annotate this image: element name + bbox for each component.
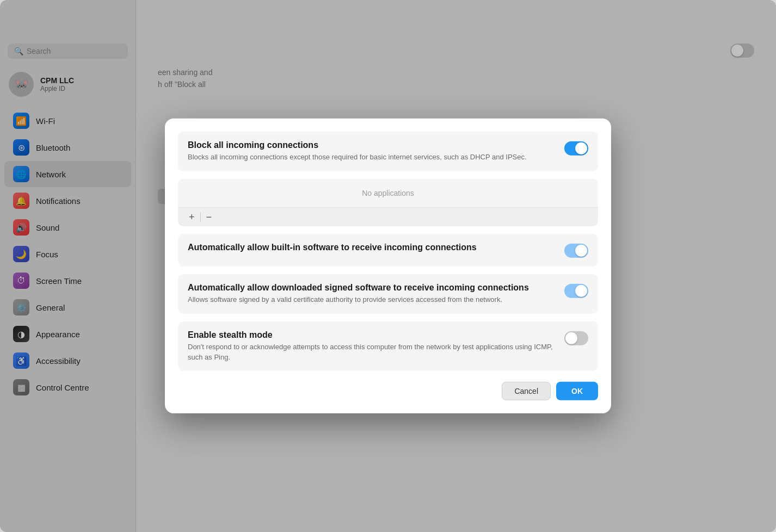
allow-builtin-title: Automatically allow built-in software to…: [188, 243, 556, 252]
stealth-mode-text: Enable stealth mode Don't respond to or …: [188, 330, 556, 363]
ok-button[interactable]: OK: [556, 382, 598, 400]
allow-signed-toggle[interactable]: [564, 284, 588, 298]
allow-signed-text: Automatically allow downloaded signed so…: [188, 283, 556, 305]
stealth-mode-title: Enable stealth mode: [188, 330, 556, 340]
firewall-options-modal: Block all incoming connections Blocks al…: [165, 119, 611, 413]
allow-signed-toggle-wrap: [564, 283, 588, 298]
modal-footer: Cancel OK: [178, 382, 598, 400]
add-application-button[interactable]: +: [186, 211, 198, 223]
allow-builtin-text: Automatically allow built-in software to…: [188, 243, 556, 255]
allow-builtin-row: Automatically allow built-in software to…: [188, 243, 588, 258]
allow-signed-title: Automatically allow downloaded signed so…: [188, 283, 556, 293]
apps-toolbar-divider: [200, 212, 201, 222]
allow-signed-section: Automatically allow downloaded signed so…: [178, 274, 598, 314]
apps-toolbar: + −: [178, 208, 598, 226]
applications-section: No applications + −: [178, 179, 598, 226]
block-all-text: Block all incoming connections Blocks al…: [188, 140, 556, 163]
allow-signed-row: Automatically allow downloaded signed so…: [188, 283, 588, 305]
allow-signed-desc: Allows software signed by a valid certif…: [188, 295, 556, 305]
stealth-mode-row: Enable stealth mode Don't respond to or …: [188, 330, 588, 363]
block-all-toggle-wrap: [564, 140, 588, 156]
no-applications-label: No applications: [178, 179, 598, 208]
stealth-mode-toggle-wrap: [564, 330, 588, 345]
allow-builtin-toggle[interactable]: [564, 244, 588, 258]
block-all-title: Block all incoming connections: [188, 140, 556, 150]
block-all-row: Block all incoming connections Blocks al…: [188, 140, 588, 163]
allow-builtin-section: Automatically allow built-in software to…: [178, 234, 598, 267]
stealth-mode-section: Enable stealth mode Don't respond to or …: [178, 321, 598, 372]
allow-builtin-toggle-wrap: [564, 243, 588, 258]
cancel-button[interactable]: Cancel: [502, 382, 551, 400]
stealth-mode-desc: Don't respond to or acknowledge attempts…: [188, 342, 556, 363]
block-all-section: Block all incoming connections Blocks al…: [178, 132, 598, 171]
block-all-desc: Blocks all incoming connections except t…: [188, 152, 556, 163]
block-all-toggle[interactable]: [564, 141, 588, 156]
background-window: ‹ Firewall 🔍 Search 🐭 CPM LLC Apple ID 📶…: [0, 0, 776, 532]
stealth-mode-toggle[interactable]: [564, 331, 588, 345]
remove-application-button[interactable]: −: [203, 211, 215, 223]
